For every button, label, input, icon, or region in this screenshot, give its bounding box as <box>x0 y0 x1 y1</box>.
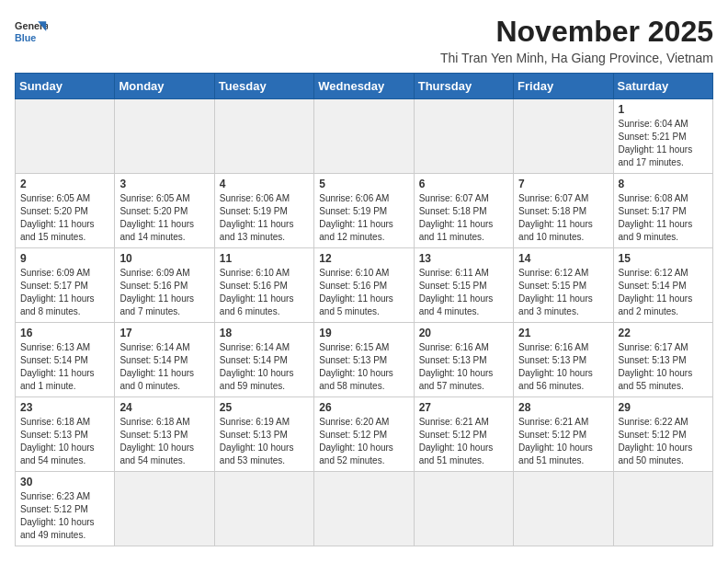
table-row: 30Sunrise: 6:23 AMSunset: 5:12 PMDayligh… <box>16 472 115 546</box>
day-info: Sunrise: 6:05 AMSunset: 5:20 PMDaylight:… <box>20 192 109 244</box>
day-number: 2 <box>20 178 109 190</box>
title-area: November 2025 Thi Tran Yen Minh, Ha Gian… <box>440 15 713 65</box>
table-row: 27Sunrise: 6:21 AMSunset: 5:12 PMDayligh… <box>414 397 513 472</box>
day-info: Sunrise: 6:09 AMSunset: 5:16 PMDaylight:… <box>119 267 209 318</box>
day-info: Sunrise: 6:21 AMSunset: 5:12 PMDaylight:… <box>518 416 608 467</box>
day-info: Sunrise: 6:15 AMSunset: 5:13 PMDaylight:… <box>319 341 408 393</box>
table-row <box>214 99 313 174</box>
table-row: 14Sunrise: 6:12 AMSunset: 5:15 PMDayligh… <box>514 248 613 323</box>
table-row: 26Sunrise: 6:20 AMSunset: 5:12 PMDayligh… <box>314 397 414 472</box>
table-row: 5Sunrise: 6:06 AMSunset: 5:19 PMDaylight… <box>314 174 414 248</box>
day-number: 17 <box>119 327 209 339</box>
table-row: 17Sunrise: 6:14 AMSunset: 5:14 PMDayligh… <box>115 323 214 397</box>
calendar-week-1: 1Sunrise: 6:04 AMSunset: 5:21 PMDaylight… <box>16 99 713 174</box>
day-info: Sunrise: 6:23 AMSunset: 5:12 PMDaylight:… <box>20 490 109 542</box>
table-row: 9Sunrise: 6:09 AMSunset: 5:17 PMDaylight… <box>16 248 115 323</box>
table-row: 16Sunrise: 6:13 AMSunset: 5:14 PMDayligh… <box>16 323 115 397</box>
day-info: Sunrise: 6:19 AMSunset: 5:13 PMDaylight:… <box>220 416 309 467</box>
day-number: 29 <box>619 401 708 414</box>
day-number: 24 <box>119 401 209 414</box>
table-row <box>16 99 115 174</box>
table-row: 12Sunrise: 6:10 AMSunset: 5:16 PMDayligh… <box>314 248 414 323</box>
table-row <box>414 99 513 174</box>
day-info: Sunrise: 6:05 AMSunset: 5:20 PMDaylight:… <box>119 192 209 244</box>
day-number: 16 <box>20 327 109 339</box>
calendar-week-2: 2Sunrise: 6:05 AMSunset: 5:20 PMDaylight… <box>16 174 713 248</box>
table-row: 15Sunrise: 6:12 AMSunset: 5:14 PMDayligh… <box>613 248 712 323</box>
day-info: Sunrise: 6:14 AMSunset: 5:14 PMDaylight:… <box>220 341 309 393</box>
table-row <box>514 472 613 546</box>
day-number: 5 <box>319 178 408 190</box>
weekday-header-sunday: Sunday <box>16 74 115 99</box>
day-info: Sunrise: 6:06 AMSunset: 5:19 PMDaylight:… <box>220 192 309 244</box>
table-row: 8Sunrise: 6:08 AMSunset: 5:17 PMDaylight… <box>613 174 712 248</box>
day-info: Sunrise: 6:04 AMSunset: 5:21 PMDaylight:… <box>619 118 708 169</box>
table-row: 7Sunrise: 6:07 AMSunset: 5:18 PMDaylight… <box>514 174 613 248</box>
table-row: 24Sunrise: 6:18 AMSunset: 5:13 PMDayligh… <box>115 397 214 472</box>
weekday-header-thursday: Thursday <box>414 74 513 99</box>
day-info: Sunrise: 6:08 AMSunset: 5:17 PMDaylight:… <box>619 192 708 244</box>
day-number: 3 <box>119 178 209 190</box>
day-info: Sunrise: 6:16 AMSunset: 5:13 PMDaylight:… <box>518 341 608 393</box>
day-info: Sunrise: 6:13 AMSunset: 5:14 PMDaylight:… <box>20 341 109 393</box>
table-row: 25Sunrise: 6:19 AMSunset: 5:13 PMDayligh… <box>214 397 313 472</box>
day-info: Sunrise: 6:20 AMSunset: 5:12 PMDaylight:… <box>319 416 408 467</box>
weekday-header-row: SundayMondayTuesdayWednesdayThursdayFrid… <box>16 74 713 99</box>
day-number: 14 <box>518 252 608 265</box>
weekday-header-tuesday: Tuesday <box>214 74 313 99</box>
table-row: 2Sunrise: 6:05 AMSunset: 5:20 PMDaylight… <box>16 174 115 248</box>
day-info: Sunrise: 6:09 AMSunset: 5:17 PMDaylight:… <box>20 267 109 318</box>
day-info: Sunrise: 6:07 AMSunset: 5:18 PMDaylight:… <box>518 192 608 244</box>
table-row: 10Sunrise: 6:09 AMSunset: 5:16 PMDayligh… <box>115 248 214 323</box>
day-number: 4 <box>220 178 309 190</box>
table-row: 19Sunrise: 6:15 AMSunset: 5:13 PMDayligh… <box>314 323 414 397</box>
table-row: 18Sunrise: 6:14 AMSunset: 5:14 PMDayligh… <box>214 323 313 397</box>
calendar: SundayMondayTuesdayWednesdayThursdayFrid… <box>15 73 713 546</box>
day-number: 26 <box>319 401 408 414</box>
table-row: 1Sunrise: 6:04 AMSunset: 5:21 PMDaylight… <box>613 99 712 174</box>
day-number: 13 <box>419 252 508 265</box>
table-row: 28Sunrise: 6:21 AMSunset: 5:12 PMDayligh… <box>514 397 613 472</box>
day-info: Sunrise: 6:22 AMSunset: 5:12 PMDaylight:… <box>619 416 708 467</box>
table-row: 6Sunrise: 6:07 AMSunset: 5:18 PMDaylight… <box>414 174 513 248</box>
table-row: 23Sunrise: 6:18 AMSunset: 5:13 PMDayligh… <box>16 397 115 472</box>
table-row: 4Sunrise: 6:06 AMSunset: 5:19 PMDaylight… <box>214 174 313 248</box>
calendar-week-5: 23Sunrise: 6:18 AMSunset: 5:13 PMDayligh… <box>16 397 713 472</box>
day-info: Sunrise: 6:21 AMSunset: 5:12 PMDaylight:… <box>419 416 508 467</box>
day-number: 27 <box>419 401 508 414</box>
table-row: 13Sunrise: 6:11 AMSunset: 5:15 PMDayligh… <box>414 248 513 323</box>
day-number: 1 <box>619 103 708 116</box>
day-number: 25 <box>220 401 309 414</box>
table-row: 21Sunrise: 6:16 AMSunset: 5:13 PMDayligh… <box>514 323 613 397</box>
calendar-week-4: 16Sunrise: 6:13 AMSunset: 5:14 PMDayligh… <box>16 323 713 397</box>
subtitle: Thi Tran Yen Minh, Ha Giang Province, Vi… <box>440 51 713 65</box>
svg-text:Blue: Blue <box>15 32 36 43</box>
weekday-header-friday: Friday <box>514 74 613 99</box>
day-number: 18 <box>220 327 309 339</box>
day-number: 19 <box>319 327 408 339</box>
calendar-week-3: 9Sunrise: 6:09 AMSunset: 5:17 PMDaylight… <box>16 248 713 323</box>
day-number: 12 <box>319 252 408 265</box>
day-number: 21 <box>518 327 608 339</box>
weekday-header-wednesday: Wednesday <box>314 74 414 99</box>
table-row <box>613 472 712 546</box>
table-row <box>214 472 313 546</box>
logo-icon: General Blue <box>15 15 48 48</box>
table-row <box>314 99 414 174</box>
table-row <box>414 472 513 546</box>
page-header: General Blue November 2025 Thi Tran Yen … <box>15 15 713 65</box>
calendar-body: 1Sunrise: 6:04 AMSunset: 5:21 PMDaylight… <box>16 99 713 546</box>
day-info: Sunrise: 6:10 AMSunset: 5:16 PMDaylight:… <box>319 267 408 318</box>
month-title: November 2025 <box>440 15 713 49</box>
table-row <box>115 99 214 174</box>
day-number: 22 <box>619 327 708 339</box>
day-number: 9 <box>20 252 109 265</box>
day-number: 6 <box>419 178 508 190</box>
table-row <box>514 99 613 174</box>
day-number: 15 <box>619 252 708 265</box>
day-info: Sunrise: 6:12 AMSunset: 5:15 PMDaylight:… <box>518 267 608 318</box>
day-number: 11 <box>220 252 309 265</box>
day-info: Sunrise: 6:17 AMSunset: 5:13 PMDaylight:… <box>619 341 708 393</box>
day-number: 23 <box>20 401 109 414</box>
table-row: 22Sunrise: 6:17 AMSunset: 5:13 PMDayligh… <box>613 323 712 397</box>
